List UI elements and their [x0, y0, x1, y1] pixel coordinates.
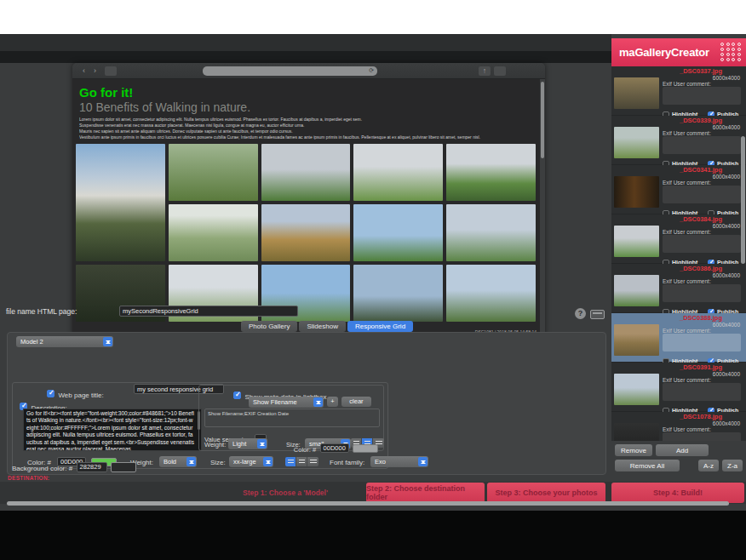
font-family-value: Exo [375, 458, 386, 466]
photo-thumbnail [614, 176, 659, 208]
background-color-label: Background color: # [12, 465, 72, 472]
exif-comment-input[interactable] [663, 186, 741, 203]
gallery-photo-tile[interactable] [261, 204, 351, 261]
photo-list-item[interactable]: _DSC0341.jpg6000x4000Exif User comment:H… [611, 165, 746, 214]
photo-filename: _DSC1078.jpg [658, 413, 743, 420]
photo-list-item[interactable]: _DSC0339.jpg6000x4000Exif User comment:H… [611, 116, 746, 165]
main-tabs: Photo GallerySlideshowResponsive Grid [241, 321, 413, 332]
horizontal-scrollbar[interactable] [7, 501, 729, 506]
exif-comment-input[interactable] [663, 136, 741, 154]
add-meta-button[interactable]: + [327, 397, 338, 407]
photo-list-item[interactable]: _DSC0384.jpg6000x4000Exif User comment:H… [611, 214, 746, 264]
step-3-button[interactable]: Step 3: Choose your photos [487, 483, 605, 503]
share-icon[interactable]: ↑ [479, 66, 491, 76]
photo-filename: _DSC0339.jpg [658, 117, 743, 124]
sort-za-button[interactable]: Z-a [722, 460, 743, 471]
tab-photo-gallery[interactable]: Photo Gallery [241, 321, 297, 332]
exif-comment-input[interactable] [663, 235, 741, 253]
tab-responsive-grid[interactable]: Responsive Grid [347, 321, 413, 332]
filename-input[interactable]: mySecondResponsiveGrid [119, 306, 298, 317]
gallery-photo-tile[interactable] [353, 265, 443, 322]
font-family-select[interactable]: Exo [370, 456, 428, 467]
tab-slideshow[interactable]: Slideshow [299, 321, 345, 332]
sidebar-toggle-icon[interactable] [105, 66, 117, 76]
exif-comment-input[interactable] [663, 284, 741, 302]
lightbox-color-input[interactable]: 00D000 [320, 443, 349, 453]
gallery-photo-tile[interactable] [446, 144, 536, 201]
align-center-button[interactable] [296, 457, 307, 466]
title-size-label: Size: [210, 459, 226, 466]
add-button[interactable]: Add [656, 444, 709, 456]
window-layout-button[interactable] [590, 310, 605, 319]
preview-intro-line: Mauris nec sapien sit amet ante aliquam … [79, 129, 533, 134]
title-weight-select[interactable]: Bold [159, 456, 197, 467]
show-meta-checkbox[interactable] [233, 391, 241, 399]
meta-list-text: Show Filename;EXIF Creation Date [208, 411, 289, 416]
lightbox-color-label: Color: # [294, 446, 316, 454]
gallery-photo-tile[interactable] [169, 144, 258, 201]
gallery-photo-tile[interactable] [446, 265, 536, 322]
preview-page-subtitle: 10 Benefits of Walking in nature. [79, 100, 250, 114]
back-icon[interactable]: ‹ [79, 66, 89, 76]
photo-thumbnail [614, 423, 659, 441]
exif-comment-input[interactable] [663, 334, 741, 351]
url-field[interactable]: ⟳ [203, 66, 377, 76]
background-color-input[interactable]: 282829 [77, 462, 107, 472]
help-button[interactable]: ? [575, 308, 586, 319]
chevron-updown-icon [263, 457, 273, 466]
photo-list-item[interactable]: _DSC0391.jpg6000x4000Exif User comment:H… [611, 363, 746, 412]
photo-filename: _DSC0391.jpg [658, 363, 743, 371]
align-right-button[interactable] [307, 457, 318, 466]
meta-field-select[interactable]: Show Filename [249, 397, 324, 408]
gallery-photo-tile[interactable] [353, 204, 443, 261]
photo-thumbnail [614, 374, 659, 405]
title-align-segment [285, 457, 318, 466]
photo-list-item[interactable]: _DSC0386.jpg6000x4000Exif User comment:H… [611, 264, 746, 313]
align-left-button[interactable] [285, 457, 296, 466]
web-page-title-checkbox[interactable] [47, 390, 55, 397]
gallery-photo-tile[interactable] [261, 144, 351, 201]
remove-button[interactable]: Remove [615, 444, 652, 456]
exif-comment-input[interactable] [663, 432, 741, 441]
exif-comment-input[interactable] [663, 383, 741, 401]
sidebar-scrollbar-thumb[interactable] [741, 136, 745, 264]
model-select[interactable]: Model 2 [16, 336, 113, 347]
exif-comment-input[interactable] [663, 87, 741, 105]
sort-az-button[interactable]: A-z [698, 460, 719, 471]
tabs-icon[interactable] [494, 66, 506, 76]
refresh-icon[interactable]: ⟳ [369, 67, 374, 74]
photo-list-item[interactable]: _DSC1078.jpg6000x4000Exif User comment:H… [611, 412, 746, 441]
remove-all-button[interactable]: Remove All [615, 460, 680, 471]
gallery-photo-tile[interactable] [169, 204, 258, 261]
photo-list-item[interactable]: _DSC0337.jpg6000x4000Exif User comment:H… [611, 66, 746, 116]
description-textarea[interactable]: Go for it!<br><font style="font-weight:3… [23, 409, 202, 451]
title-size-select[interactable]: xx-large [229, 456, 273, 467]
photo-list-item[interactable]: _DSC0388.jpg6000x4000Exif User comment:H… [611, 313, 746, 363]
logo-dots-icon [720, 43, 742, 62]
screenshot-stage: ‹ › ⟳ ↑ Go for it! 10 Benefits of Walkin… [0, 0, 746, 560]
photo-filename: _DSC0337.jpg [658, 67, 743, 75]
chevron-updown-icon [186, 457, 196, 466]
lightbox-color-swatch[interactable] [353, 444, 378, 453]
gallery-photo-tile[interactable] [446, 204, 536, 261]
preview-intro-line: Suspendisse venenatis erat nec massa auc… [79, 123, 533, 128]
chevron-updown-icon [313, 397, 323, 407]
preview-scrollbar-thumb[interactable] [541, 82, 544, 158]
description-text: Go for it!<br><font style="font-weight:3… [26, 410, 195, 451]
lightbox-weight-label: Weight: [204, 441, 226, 449]
lightbox-weight-select[interactable]: Light [228, 438, 267, 449]
gallery-photo-tile[interactable] [76, 144, 165, 261]
step-2-button[interactable]: Step 2: Choose destination folder [366, 483, 485, 503]
app-window: ‹ › ⟳ ↑ Go for it! 10 Benefits of Walkin… [0, 34, 746, 511]
app-logo-text: maGalleryCreator [619, 46, 709, 59]
gallery-photo-tile[interactable] [353, 144, 443, 201]
app-logo: maGalleryCreator [611, 38, 746, 66]
step-4-button[interactable]: Step 4: Build! [611, 483, 744, 503]
photo-dimensions: 6000x4000 [713, 420, 740, 426]
forward-icon[interactable]: › [90, 66, 100, 76]
model-select-value: Model 2 [20, 338, 43, 346]
lightbox-weight-value: Light [232, 440, 246, 448]
clear-meta-button[interactable]: clear [341, 397, 371, 407]
background-color-swatch[interactable] [111, 462, 136, 472]
photo-dimensions: 6000x4000 [713, 174, 740, 180]
